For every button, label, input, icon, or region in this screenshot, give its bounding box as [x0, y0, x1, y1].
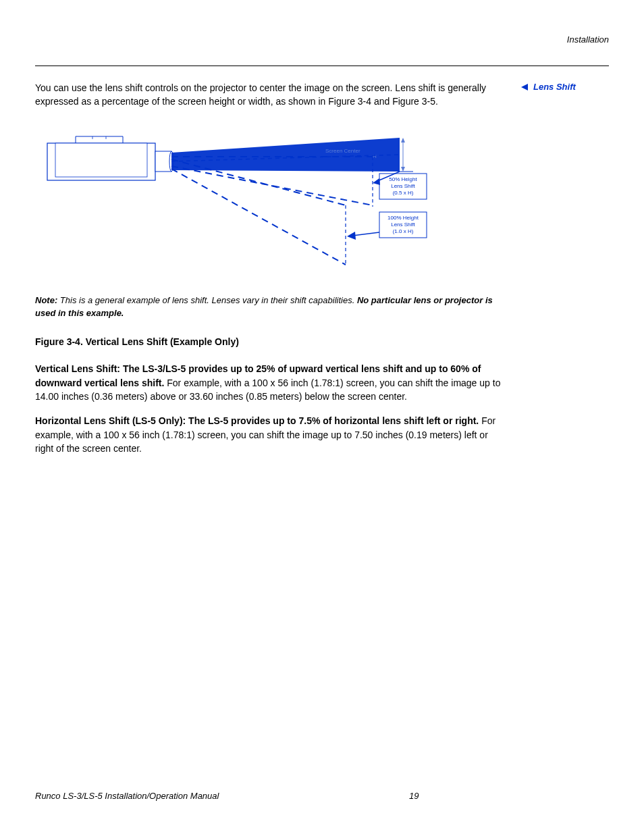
- note-label: Note:: [35, 295, 57, 305]
- horizontal-strong: Horizontal Lens Shift (LS-5 Only): The L…: [35, 415, 479, 426]
- svg-marker-8: [401, 138, 405, 142]
- note-paragraph: Note: This is a general example of lens …: [35, 294, 508, 320]
- svg-line-22: [352, 232, 379, 236]
- sidebar-label-text: Lens Shift: [533, 81, 576, 94]
- h-label: H: [373, 153, 377, 159]
- note-text: This is a general example of lens shift.…: [57, 295, 357, 305]
- box100-l2: Lens Shift: [391, 221, 415, 228]
- svg-rect-1: [55, 143, 147, 177]
- svg-marker-19: [373, 178, 380, 185]
- box50-l2: Lens Shift: [391, 183, 415, 189]
- svg-marker-6: [171, 138, 400, 172]
- svg-marker-24: [521, 84, 528, 90]
- box100-l3: (1.0 x H): [393, 228, 414, 234]
- lens-shift-diagram: Screen Center H: [35, 124, 508, 281]
- sidebar-lens-shift: Lens Shift: [521, 81, 609, 94]
- svg-line-15: [171, 169, 346, 265]
- svg-marker-9: [401, 167, 405, 172]
- footer-title: Runco LS-3/LS-5 Installation/Operation M…: [35, 790, 219, 803]
- box50-l1: 50% Height: [389, 176, 417, 182]
- chevron-left-icon: [521, 83, 529, 91]
- page-number: 19: [219, 790, 609, 803]
- screen-center-label: Screen Center: [325, 148, 360, 154]
- svg-marker-23: [347, 232, 356, 240]
- intro-paragraph: You can use the lens shift controls on t…: [35, 81, 508, 109]
- header-section-label: Installation: [35, 34, 609, 66]
- page-footer: Runco LS-3/LS-5 Installation/Operation M…: [35, 790, 609, 803]
- vertical-shift-paragraph: Vertical Lens Shift: The LS-3/LS-5 provi…: [35, 362, 508, 403]
- box50-l3: (0.5 x H): [393, 190, 414, 196]
- horizontal-shift-paragraph: Horizontal Lens Shift (LS-5 Only): The L…: [35, 414, 508, 455]
- divider: [35, 66, 609, 66]
- box100-l1: 100% Height: [387, 215, 419, 221]
- svg-rect-4: [155, 151, 171, 172]
- figure-caption: Figure 3-4. Vertical Lens Shift (Example…: [35, 335, 508, 348]
